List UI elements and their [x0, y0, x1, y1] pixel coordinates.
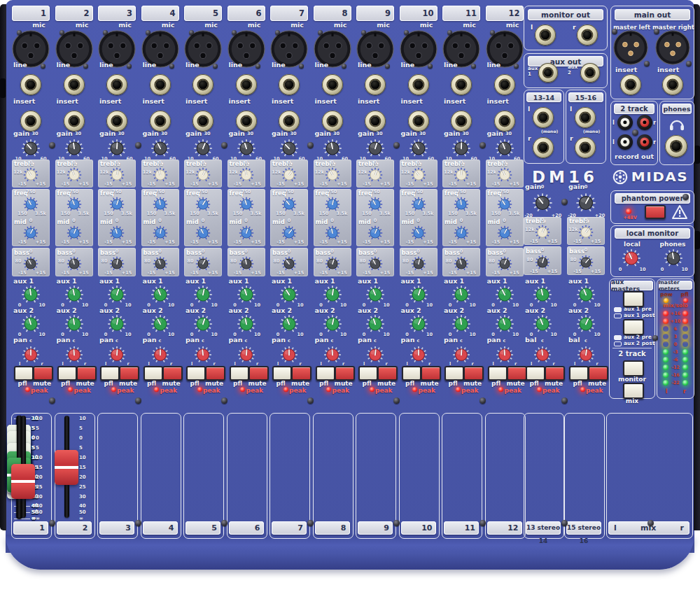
insert-label-ch3: insert [99, 98, 121, 105]
knob-scale-mark: -15 [232, 182, 244, 187]
knob-scale-mark: 10 [251, 303, 264, 308]
knob-scale-mark: -15 [102, 182, 115, 187]
pfl-button-ch8[interactable] [316, 366, 335, 381]
aux1-knob-ch12[interactable] [494, 284, 515, 305]
gain-knob-ch7[interactable] [279, 138, 300, 159]
fader-section-ch12 [485, 413, 526, 539]
pfl-button-ch4[interactable] [144, 366, 163, 381]
fader-strip-label-ch9: 9 [358, 521, 393, 535]
fader-mix-l[interactable] [11, 464, 35, 499]
pfl-button-st13-14[interactable] [526, 366, 545, 381]
pfl-button-label-ch3: pfl [100, 380, 117, 387]
mute-button-ch5[interactable] [205, 366, 225, 381]
mute-button-ch6[interactable] [248, 366, 269, 381]
pfl-button-ch7[interactable] [272, 366, 292, 381]
mute-button-st13-14[interactable] [545, 366, 565, 381]
aux2-knob-ch12[interactable] [494, 313, 515, 334]
aux2-knob-ch2[interactable] [64, 313, 85, 334]
mute-button-ch11[interactable] [463, 366, 484, 381]
pfl-button-ch6[interactable] [230, 366, 249, 381]
knob-scale-mark: 750 [24, 190, 37, 195]
gain-knob-st13-14[interactable] [531, 192, 554, 214]
pfl-button-ch9[interactable] [358, 366, 378, 381]
pfl-button-ch5[interactable] [186, 366, 206, 381]
gain-knob-ch2[interactable] [64, 138, 85, 159]
mute-button-ch4[interactable] [162, 366, 183, 381]
aux2-knob-ch6[interactable] [236, 313, 257, 334]
mute-button-ch8[interactable] [335, 366, 355, 381]
aux1-knob-ch10[interactable] [408, 284, 429, 305]
mute-button-ch1[interactable] [33, 366, 53, 381]
mute-button-ch7[interactable] [291, 366, 312, 381]
mute-button-label-st15-16: mute [588, 380, 606, 387]
knob-scale-mark: +15 [508, 240, 521, 245]
aux1-knob-ch2[interactable] [64, 284, 85, 305]
fader-mix-r[interactable] [55, 450, 78, 485]
pfl-button-ch3[interactable] [100, 366, 120, 381]
gain-knob-ch3[interactable] [106, 138, 127, 159]
jack-hole [112, 80, 121, 89]
aux2-knob-ch8[interactable] [322, 313, 343, 334]
knob-scale-mark: -15 [274, 240, 287, 245]
mute-button-ch9[interactable] [377, 366, 398, 381]
knob-scale-mark: 30 [287, 132, 300, 136]
gain-knob-ch9[interactable] [365, 138, 386, 159]
gain-knob-ch11[interactable] [451, 138, 472, 159]
pfl-button-ch1[interactable] [14, 366, 34, 381]
screw [221, 142, 227, 148]
local-monitor-level-knob[interactable] [621, 248, 642, 269]
mute-button-ch3[interactable] [119, 366, 139, 381]
pfl-button-ch12[interactable] [488, 366, 507, 381]
gain-knob-ch4[interactable] [150, 138, 171, 159]
local-phones-level-knob[interactable] [663, 248, 684, 269]
knob-scale-mark: 10 [678, 267, 691, 272]
fader-strip-label-ch1: 1 [13, 521, 48, 535]
aux1-knob-ch4[interactable] [150, 284, 171, 305]
aux-out-2-jack [580, 63, 600, 83]
aux1-knob-ch8[interactable] [322, 284, 343, 305]
aux1-knob-ch6[interactable] [236, 284, 257, 305]
jack-hole [414, 80, 423, 89]
gain-knob-st15-16[interactable] [575, 192, 597, 214]
jack-hole [538, 143, 547, 152]
gain-knob-ch6[interactable] [236, 138, 257, 159]
knob-scale-mark: 0 [326, 160, 339, 165]
mute-button-label-ch10: mute [421, 380, 438, 387]
gain-knob-ch1[interactable] [20, 138, 41, 159]
gain-label-ch12: gain [487, 130, 503, 137]
mute-button-st15-16[interactable] [588, 366, 608, 381]
knob-scale-mark: 30 [115, 132, 127, 136]
knob-scale-mark: 3.5k [164, 211, 176, 216]
insert-label-ch2: insert [57, 98, 78, 105]
gain-knob-ch12[interactable] [494, 138, 515, 159]
pfl-button-ch10[interactable] [402, 366, 421, 381]
knob-scale-mark: +15 [78, 271, 90, 276]
mute-button-ch2[interactable] [76, 366, 97, 381]
knob-scale-mark: 10 [636, 267, 649, 272]
knob-scale-mark: 0 [240, 160, 253, 165]
knob-scale-mark: 0 [412, 249, 425, 254]
mute-button-ch12[interactable] [507, 366, 527, 381]
knob-scale-mark: 30 [72, 132, 85, 136]
knob-scale-mark: 0 [580, 218, 592, 223]
knob-scale-mark: 150 [146, 211, 158, 216]
knob-scale-mark: -15 [59, 240, 72, 245]
knob-scale-mark: 0 [536, 218, 549, 223]
fader-strip-label-ch5: 5 [186, 521, 220, 535]
pfl-button-ch11[interactable] [444, 366, 464, 381]
knob-scale-mark: 0 [68, 218, 80, 223]
knob-scale-mark: -15 [360, 182, 373, 187]
aux2-knob-ch10[interactable] [408, 313, 429, 334]
gain-knob-ch10[interactable] [408, 138, 429, 159]
pfl-button-label-ch7: pfl [272, 380, 289, 387]
pfl-button-st15-16[interactable] [569, 366, 589, 381]
pfl-button-label-ch11: pfl [444, 380, 461, 387]
mute-button-ch10[interactable] [421, 366, 441, 381]
insert-label-ch7: insert [272, 98, 293, 105]
knob-scale-mark: +15 [164, 240, 176, 245]
gain-knob-ch5[interactable] [192, 138, 214, 159]
gain-knob-ch8[interactable] [322, 138, 343, 159]
knob-scale-mark: +15 [78, 240, 90, 245]
aux2-knob-ch4[interactable] [150, 313, 171, 334]
pfl-button-ch2[interactable] [57, 366, 77, 381]
